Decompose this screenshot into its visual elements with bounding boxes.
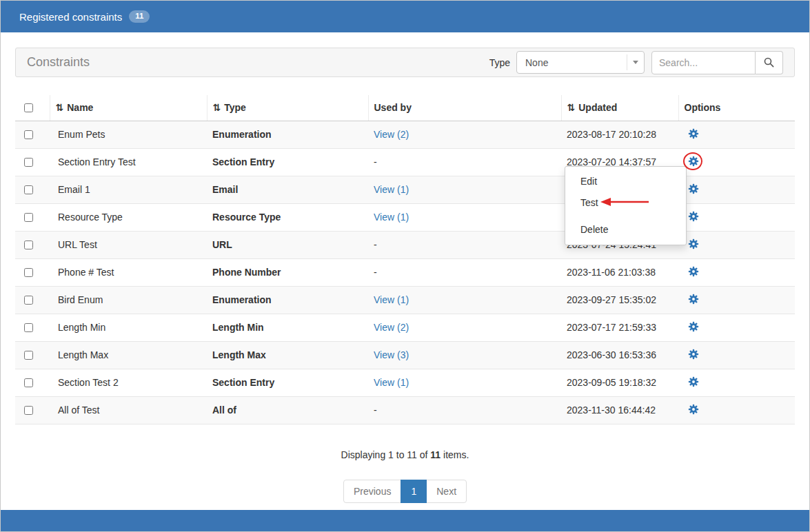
cell-used-by: -: [368, 148, 561, 176]
used-by-link[interactable]: View (2): [374, 129, 409, 140]
table-row: Enum Pets Enumeration View (2) 2023-08-1…: [15, 121, 795, 148]
type-filter-label: Type: [489, 57, 510, 68]
options-gear-button[interactable]: [688, 238, 699, 249]
row-checkbox[interactable]: [24, 378, 33, 387]
cell-options: [678, 203, 795, 231]
menu-item-delete[interactable]: Delete: [565, 219, 686, 241]
options-gear-button[interactable]: [688, 294, 699, 305]
app-page: Registered constraints 11 Constraints Ty…: [0, 0, 810, 532]
options-gear-button[interactable]: [688, 211, 699, 222]
cell-options: [678, 314, 795, 341]
used-by-link[interactable]: View (1): [374, 294, 409, 305]
row-checkbox-cell: [15, 396, 50, 424]
summary-count: 11: [430, 449, 441, 460]
gear-icon: [688, 376, 699, 387]
column-header-updated[interactable]: ⇅Updated: [561, 95, 678, 121]
used-by-text: -: [374, 267, 377, 278]
options-gear-button[interactable]: [688, 404, 699, 415]
select-all-checkbox[interactable]: [24, 103, 33, 112]
options-gear-button[interactable]: [688, 128, 699, 139]
cell-updated: 2023-07-17 21:59:33: [561, 314, 678, 341]
used-by-link[interactable]: View (2): [374, 322, 409, 333]
cell-options: [678, 121, 795, 148]
gear-icon: [688, 211, 699, 222]
cell-type: Enumeration: [207, 121, 368, 148]
table-row: Length Min Length Min View (2) 2023-07-1…: [15, 314, 795, 341]
main-content: Constraints Type None: [1, 32, 809, 503]
cell-name: Length Max: [50, 341, 207, 369]
cell-name: Email 1: [50, 176, 207, 203]
options-gear-button[interactable]: [688, 266, 699, 277]
row-checkbox[interactable]: [24, 241, 33, 249]
used-by-link[interactable]: View (1): [374, 184, 409, 195]
row-checkbox-cell: [15, 258, 50, 286]
options-gear-button[interactable]: [688, 156, 699, 167]
cell-name: Enum Pets: [50, 121, 207, 148]
row-checkbox[interactable]: [24, 296, 33, 305]
search-button[interactable]: [756, 51, 783, 74]
type-filter-select[interactable]: None: [516, 51, 645, 74]
row-checkbox[interactable]: [24, 185, 33, 194]
search-input[interactable]: [651, 51, 756, 74]
column-label: Updated: [578, 102, 617, 113]
options-gear-button[interactable]: [688, 183, 699, 194]
cell-options: [678, 148, 795, 176]
gear-icon: [688, 156, 699, 167]
cell-name: Section Test 2: [50, 369, 207, 396]
row-checkbox[interactable]: [24, 406, 33, 415]
cell-updated: 2023-11-30 16:44:42: [561, 396, 678, 424]
gear-icon: [688, 404, 699, 415]
row-checkbox[interactable]: [24, 351, 33, 360]
cell-options: [678, 341, 795, 369]
row-checkbox[interactable]: [24, 268, 33, 277]
column-header-type[interactable]: ⇅Type: [207, 95, 368, 121]
chevron-down-icon: [633, 61, 638, 64]
used-by-link[interactable]: View (1): [374, 377, 409, 388]
row-checkbox-cell: [15, 314, 50, 341]
table-header-row: ⇅Name ⇅Type Used by ⇅Updated Options: [15, 95, 795, 121]
column-header-name[interactable]: ⇅Name: [50, 95, 207, 121]
cell-name: Bird Enum: [50, 286, 207, 314]
cell-name: Section Entry Test: [50, 148, 207, 176]
cell-type: Section Entry: [207, 369, 368, 396]
options-gear-button[interactable]: [688, 349, 699, 360]
sort-icon: ⇅: [213, 102, 221, 113]
row-checkbox-cell: [15, 369, 50, 396]
cell-used-by: -: [368, 258, 561, 286]
cell-used-by: View (1): [368, 203, 561, 231]
pagination: Previous 1 Next: [15, 480, 795, 503]
header-checkbox-cell: [15, 95, 50, 121]
menu-item-edit[interactable]: Edit: [565, 171, 686, 192]
row-checkbox[interactable]: [24, 213, 33, 222]
row-checkbox[interactable]: [24, 158, 33, 167]
panel-title: Constraints: [27, 55, 90, 70]
table-row: Phone # Test Phone Number - 2023-11-06 2…: [15, 258, 795, 286]
column-label: Used by: [374, 102, 412, 113]
options-gear-button[interactable]: [688, 376, 699, 387]
options-gear-button[interactable]: [688, 321, 699, 332]
bottom-footer-bar: [1, 510, 809, 531]
row-checkbox-cell: [15, 341, 50, 369]
cell-name: Resource Type: [50, 203, 207, 231]
cell-options: [678, 369, 795, 396]
used-by-link[interactable]: View (1): [374, 212, 409, 223]
cell-name: All of Test: [50, 396, 207, 424]
gear-icon: [688, 294, 699, 305]
pagination-next-button[interactable]: Next: [426, 480, 467, 503]
menu-item-test[interactable]: Test: [565, 192, 686, 214]
row-checkbox[interactable]: [24, 323, 33, 332]
constraints-toolbar: Constraints Type None: [15, 48, 795, 77]
column-header-options: Options: [678, 95, 795, 121]
search-group: [651, 51, 783, 74]
column-header-used-by: Used by: [368, 95, 561, 121]
cell-used-by: -: [368, 396, 561, 424]
pagination-previous-button[interactable]: Previous: [343, 480, 401, 503]
row-checkbox-cell: [15, 176, 50, 203]
row-checkbox[interactable]: [24, 130, 33, 139]
pagination-page-1-button[interactable]: 1: [401, 480, 427, 503]
cell-options: [678, 176, 795, 203]
cell-options: [678, 286, 795, 314]
cell-type: All of: [207, 396, 368, 424]
used-by-link[interactable]: View (3): [374, 349, 409, 360]
used-by-text: -: [374, 156, 377, 167]
